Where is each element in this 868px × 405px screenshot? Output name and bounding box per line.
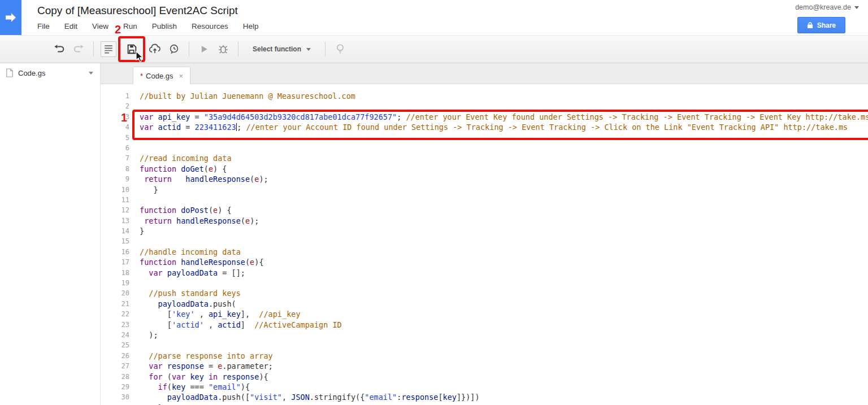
code-line-22[interactable]: ['key' , api_key], //api_key [140,309,868,319]
tab-label: Code.gs [146,72,173,80]
line-number: 25 [101,340,129,350]
line-number: 16 [101,247,129,257]
mouse-cursor [136,51,144,64]
line-number: 29 [101,382,129,392]
line-number: 19 [101,278,129,288]
line-number: 21 [101,299,129,309]
redo-icon [72,43,85,55]
line-number: 9 [101,174,129,184]
chevron-down-icon[interactable] [89,72,93,75]
line-number-gutter: 1234567891011121314151617181920212223242… [101,84,135,405]
menu-edit[interactable]: Edit [64,22,77,31]
sidebar-item-codegs[interactable]: Code.gs [0,63,100,82]
line-number: 7 [101,153,129,163]
line-number: 22 [101,309,129,319]
select-function-dropdown[interactable]: Select function [244,35,320,63]
apps-script-logo-icon [0,0,21,35]
code-line-5[interactable] [140,133,868,143]
annotation-number-1: 1 [121,111,127,124]
code-line-6[interactable] [140,143,868,153]
share-button[interactable]: Share [797,17,845,33]
deploy-button[interactable] [147,41,163,57]
code-line-14[interactable]: } [140,226,868,236]
redo-button[interactable] [71,41,86,57]
code-line-24[interactable]: ); [140,330,868,340]
line-number: 2 [101,101,129,111]
toolbar-separator [93,42,94,56]
toolbar-separator [238,42,238,56]
code-line-28[interactable]: for (var key in response){ [140,372,868,382]
line-number: 24 [101,330,129,340]
menu-view[interactable]: View [92,22,108,31]
undo-icon [53,43,66,55]
code-line-30[interactable]: payloadData.push(["visit", JSON.stringif… [140,392,868,402]
code-line-31[interactable]: } [140,403,868,405]
chevron-down-icon [854,6,859,9]
line-number: 31 [101,403,129,405]
files-sidebar: Code.gs [0,63,101,405]
line-number: 27 [101,361,129,371]
file-icon [6,68,14,77]
toolbar-separator [189,42,189,56]
line-number: 14 [101,226,129,236]
code-line-29[interactable]: if(key === "email"){ [140,382,868,392]
line-number: 28 [101,372,129,382]
code-line-27[interactable]: var response = e.parameter; [140,361,868,371]
code-line-21[interactable]: payloadData.push( [140,299,868,309]
code-line-25[interactable] [140,340,868,350]
unsaved-indicator: * [140,72,143,80]
code-line-4[interactable]: var actid = 223411623; //enter your Acco… [140,122,868,132]
code-line-10[interactable]: } [140,185,868,195]
file-list-button[interactable] [101,41,116,57]
code-line-16[interactable]: //handle incoming data [140,247,868,257]
code-line-11[interactable] [140,195,868,205]
line-number: 12 [101,205,129,215]
undo-button[interactable] [51,41,67,57]
menu-publish[interactable]: Publish [152,22,177,31]
code-line-3[interactable]: var api_key = "35a9d4d64503d2b9320cd817a… [140,112,868,122]
code-line-17[interactable]: function handleResponse(e){ [140,257,868,267]
toolbar: 2 Select function [0,35,868,63]
account-email: demo@kreave.de [795,3,851,11]
menu-run[interactable]: Run [123,22,137,31]
account-menu[interactable]: demo@kreave.de [795,3,859,11]
code-lines: //built by Julian Juenemann @ Measuresch… [135,84,868,405]
history-button[interactable] [166,41,182,57]
line-number: 6 [101,143,129,153]
line-number: 11 [101,195,129,205]
debug-icon [217,43,229,55]
tab-codegs[interactable]: * Code.gs × [133,67,190,85]
code-line-19[interactable] [140,278,868,288]
code-line-7[interactable]: //read incoming data [140,153,868,163]
annotation-number-2: 2 [115,23,121,36]
code-line-20[interactable]: //push standard keys [140,288,868,298]
apps-script-window: Copy of [Measureschool] Event2AC Script … [0,0,868,405]
code-line-23[interactable]: ['actid' , actid] //ActiveCampaign ID [140,320,868,330]
debug-button[interactable] [215,41,231,57]
save-button[interactable]: 2 [124,41,140,57]
code-line-1[interactable]: //built by Julian Juenemann @ Measuresch… [140,91,868,101]
project-title[interactable]: Copy of [Measureschool] Event2AC Script [37,5,238,17]
code-line-2[interactable] [140,101,868,111]
run-icon [198,43,210,55]
code-line-12[interactable]: function doPost(e) { [140,205,868,215]
lightbulb-button[interactable] [332,41,348,57]
tab-strip: * Code.gs × [101,63,868,84]
toolbar-separator [325,42,326,56]
close-icon[interactable]: × [179,72,183,80]
code-line-18[interactable]: var payloadData = []; [140,268,868,278]
run-button[interactable] [196,41,212,57]
code-line-8[interactable]: function doGet(e) { [140,164,868,174]
code-editor[interactable]: 1234567891011121314151617181920212223242… [101,84,868,405]
line-number: 1 [101,91,129,101]
menu-file[interactable]: File [37,22,50,31]
line-number: 23 [101,320,129,330]
menu-resources[interactable]: Resources [192,22,228,31]
code-line-13[interactable]: return handleResponse(e); [140,216,868,226]
menu-help[interactable]: Help [243,22,259,31]
lock-icon [807,21,813,29]
code-line-9[interactable]: return handleResponse(e); [140,174,868,184]
code-line-26[interactable]: //parse response into array [140,351,868,361]
code-line-15[interactable] [140,236,868,246]
chevron-down-icon [306,48,311,51]
